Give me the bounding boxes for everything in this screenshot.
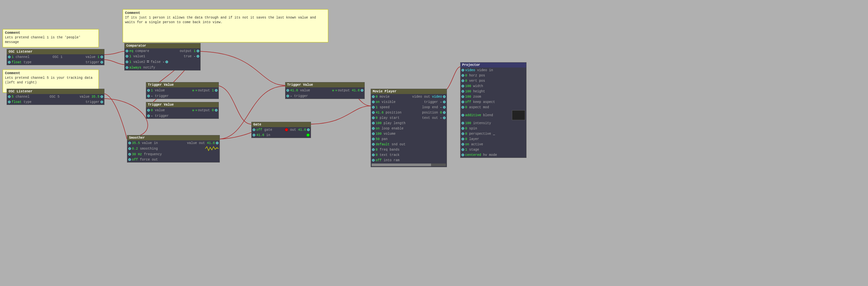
movie-player-intoram-val: off [376,158,382,162]
comparator-compare-port-in[interactable] [126,50,128,52]
comparator-notify-port-in[interactable] [126,66,128,69]
movie-player-pan-row: 50 pan [371,136,446,142]
osc-listener-1-trigger-port-out[interactable] [100,61,103,64]
osc-listener-5-trigger-port-out[interactable] [100,101,103,103]
projector-horzpos-port-in[interactable] [462,74,464,77]
projector-videoin-port-in[interactable] [462,69,464,71]
osc-listener-5-channel-label: channel [13,95,30,99]
projector-hvmode-port-in[interactable] [462,153,464,156]
movie-player-freqbands-row: 0 freq bands [371,147,446,152]
movie-player-intoram-port-in[interactable] [372,159,375,162]
trigger-value-main-value-val: 41.6 [290,89,298,92]
movie-player-visible-port-in[interactable] [372,101,375,103]
osc-listener-1-value-port-out[interactable] [100,56,103,58]
smoother-forceout-val: off [132,158,138,162]
trigger-value-1-value-port-in[interactable] [147,89,150,92]
gate-gate-port-in[interactable] [253,129,255,131]
movie-player-freqbands-port-in[interactable] [372,148,375,151]
trigger-value-1-trigger-row: - trigger [146,93,218,99]
movie-player-sndout-port-in[interactable] [372,143,375,146]
projector-header: Projector [461,63,526,68]
trigger-value-main-trigger-port-in[interactable] [286,95,289,97]
movie-player-position-port-in[interactable] [372,111,375,114]
projector-layer-port-in[interactable] [462,138,464,140]
movie-player-intoram-row: off into ram [371,157,446,163]
trigger-value-1-trigger-port-in[interactable] [147,95,150,97]
gate-out-port-out[interactable] [307,129,310,131]
comparator-true-port-out[interactable] [196,55,199,58]
smoother-valueout-label: value out [187,141,205,145]
projector-zoom-port-in[interactable] [462,95,464,98]
projector-blend-label: blend [481,113,493,117]
osc-listener-1-channel-port-in[interactable] [8,56,10,58]
movie-player-volume-port-in[interactable] [372,133,375,135]
movie-player-pan-port-in[interactable] [372,138,375,140]
movie-player-sndout-label: snd out [390,143,405,146]
smoother-smoothing-port-in[interactable] [128,147,131,150]
movie-player-posout-port-out[interactable] [443,111,445,114]
trigger-value-main-value-port-in[interactable] [286,89,289,92]
movie-player-loopend-port-out[interactable] [443,106,445,109]
projector-keepaspect-port-in[interactable] [462,101,464,103]
projector-height-port-in[interactable] [462,90,464,93]
comparator-notify-label: notify [141,66,155,70]
comparator-compare-row: eq compare output 1 [125,48,200,53]
osc-listener-5-type-port-in[interactable] [8,101,10,103]
projector-width-port-in[interactable] [462,85,464,87]
movie-player-volume-label: volume [382,132,396,136]
trigger-value-2-trigger-port-in[interactable] [147,114,150,117]
movie-player-videoout-port-out[interactable] [443,95,445,98]
movie-player-playstart-port-in[interactable] [372,116,375,119]
projector-height-row: 100 height [461,89,526,94]
movie-player-volume-val: 100 [376,132,382,136]
trigger-value-2-value-port-in[interactable] [147,109,150,112]
projector-perspective-port-in[interactable] [462,133,464,135]
projector-aspectmod-port-in[interactable] [462,106,464,109]
projector-blend-port-in[interactable] [462,114,464,116]
movie-player-textout-port-out[interactable] [443,116,445,119]
trigger-value-2-output-port-out[interactable] [215,109,217,112]
comparator-output-port-out[interactable] [196,50,199,52]
movie-player-movie-port-in[interactable] [372,95,375,98]
trigger-value-1-output-port-out[interactable] [215,89,217,92]
gate-in-port-in[interactable] [253,134,255,136]
trigger-value-2-output-label: output [198,109,210,112]
smoother-valuein-port-in[interactable] [128,142,131,144]
projector-perspective-label: perspective [467,132,491,136]
projector-spin-port-in[interactable] [462,127,464,130]
osc-listener-5-channel-port-in[interactable] [8,95,10,98]
smoother-valuein-label: value in [140,141,158,145]
comparator-val2-port-in[interactable] [126,61,128,63]
comment-left1-title: Comment [5,31,96,35]
projector-intensity-port-in[interactable] [462,122,464,124]
movie-player-texttrack-port-in[interactable] [372,153,375,156]
projector-intensity-row: 100 intensity [461,120,526,126]
osc-listener-1-type-val: float [11,61,22,64]
comparator-output-label: output [180,49,192,53]
trigger-value-main: Trigger Value 41.6 value ✳ ✕ output 41.6… [285,82,365,99]
projector-hvmode-label: hv mode [481,153,497,157]
movie-player-posout-val: 0 [438,111,442,114]
osc-listener-1-type-port-in[interactable] [8,61,10,64]
movie-player-scrollbar[interactable] [372,164,446,166]
comparator-val1-port-in[interactable] [126,55,128,58]
comparator-false-port-out[interactable] [165,61,168,63]
movie-player-loopend-label: loop end [422,106,438,109]
comparator-compare-val: eq [129,49,133,53]
smoother-forceout-port-in[interactable] [128,158,131,161]
projector-stage-port-in[interactable] [462,148,464,151]
trigger-value-1-value-row: 1 value ✳ ✕ output 1 [146,87,218,93]
movie-player-trigger-port-out[interactable] [443,101,445,103]
movie-player-playlength-port-in[interactable] [372,122,375,124]
projector-vertpos-port-in[interactable] [462,79,464,82]
osc-listener-5-trigger-label: trigger [86,100,99,104]
smoother-frequency-port-in[interactable] [128,153,131,155]
trigger-value-main-output-port-out[interactable] [361,89,363,92]
smoother-valueout-port-out[interactable] [216,142,218,144]
osc-listener-5-value-port-out[interactable] [100,95,103,98]
movie-player-loopenable-port-in[interactable] [372,127,375,130]
trigger-value-main-output-val: 41.6 [350,89,360,92]
movie-player-speed-port-in[interactable] [372,106,375,109]
projector-active-port-in[interactable] [462,143,464,146]
trigger-value-2-header: Trigger Value [146,102,218,107]
